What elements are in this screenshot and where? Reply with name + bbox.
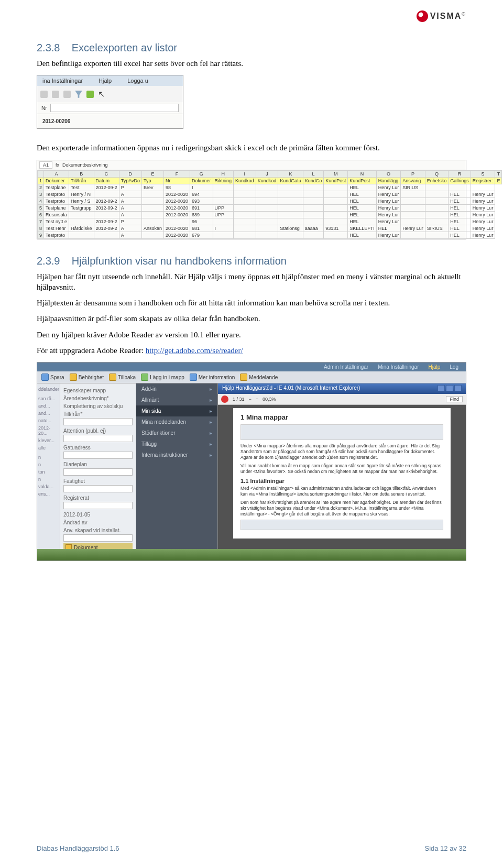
cell[interactable] bbox=[94, 191, 119, 197]
window-controls[interactable] bbox=[436, 385, 462, 392]
cell[interactable]: Till/från bbox=[69, 177, 94, 184]
cell[interactable]: HEL bbox=[348, 197, 377, 204]
cell[interactable]: A bbox=[119, 232, 141, 238]
cell[interactable]: Henry Lur bbox=[376, 204, 401, 211]
cell[interactable]: 679 bbox=[190, 232, 213, 238]
cell[interactable]: HEL bbox=[449, 218, 471, 225]
cell[interactable]: Testproto bbox=[44, 197, 69, 204]
cell[interactable]: Test Henr bbox=[44, 225, 69, 232]
cell[interactable]: HEL bbox=[449, 211, 471, 218]
top-mina[interactable]: Mina Inställningar bbox=[378, 364, 419, 370]
row-number[interactable]: 4 bbox=[38, 197, 44, 204]
cell[interactable]: 96 bbox=[190, 218, 213, 225]
cell[interactable]: 2012-0020 bbox=[164, 211, 190, 218]
cell[interactable] bbox=[213, 232, 234, 238]
generic-icon[interactable] bbox=[52, 91, 59, 98]
cell[interactable] bbox=[324, 211, 348, 218]
cell[interactable] bbox=[303, 184, 324, 191]
cell[interactable] bbox=[278, 204, 303, 211]
generic-icon[interactable] bbox=[40, 91, 48, 98]
cell[interactable]: HEL bbox=[348, 204, 377, 211]
cell[interactable] bbox=[234, 232, 256, 238]
cell[interactable] bbox=[278, 218, 303, 225]
cell[interactable]: Test bbox=[69, 184, 94, 191]
cell[interactable]: Registrer: bbox=[471, 177, 495, 184]
filter-icon[interactable] bbox=[75, 91, 82, 98]
cell[interactable]: 681 bbox=[190, 225, 213, 232]
permission-icon[interactable] bbox=[70, 373, 77, 381]
cell[interactable]: A bbox=[119, 204, 141, 211]
cell[interactable] bbox=[401, 204, 425, 211]
more-info-button[interactable]: Mer information bbox=[199, 375, 235, 380]
cell[interactable]: Gallrings bbox=[449, 177, 471, 184]
cell[interactable] bbox=[324, 191, 348, 197]
cell[interactable]: HEL bbox=[449, 204, 471, 211]
cell[interactable]: Resurspla bbox=[44, 211, 69, 218]
cell[interactable]: Henry Lur bbox=[471, 211, 495, 218]
cell[interactable] bbox=[213, 184, 234, 191]
cell[interactable]: Henry Lur bbox=[401, 225, 425, 232]
cell[interactable] bbox=[213, 191, 234, 197]
cell[interactable]: Dokumer bbox=[44, 177, 69, 184]
cell[interactable]: Henry Lur bbox=[471, 191, 495, 197]
cell[interactable]: Ansvarig bbox=[401, 177, 425, 184]
cell[interactable]: HEL bbox=[348, 191, 377, 197]
cell[interactable] bbox=[256, 191, 278, 197]
cell[interactable] bbox=[425, 232, 449, 238]
cell[interactable]: 691 bbox=[190, 204, 213, 211]
cell[interactable] bbox=[278, 184, 303, 191]
cell[interactable]: SIRIUS bbox=[425, 225, 449, 232]
top-admin[interactable]: Admin Inställningar bbox=[324, 364, 368, 370]
cell[interactable] bbox=[278, 211, 303, 218]
cell[interactable]: HEL bbox=[348, 211, 377, 218]
cell[interactable] bbox=[234, 197, 256, 204]
cell[interactable]: Henry Lur bbox=[471, 232, 495, 238]
cell[interactable]: KundCo bbox=[303, 177, 324, 184]
row-number[interactable]: 5 bbox=[38, 204, 44, 211]
cell[interactable] bbox=[425, 204, 449, 211]
find-input[interactable]: Find bbox=[446, 396, 463, 402]
cell[interactable] bbox=[256, 211, 278, 218]
cell[interactable] bbox=[425, 218, 449, 225]
cell[interactable] bbox=[141, 232, 163, 238]
form-input[interactable] bbox=[63, 534, 133, 542]
generic-icon[interactable] bbox=[63, 91, 71, 98]
cell[interactable] bbox=[141, 197, 163, 204]
cell[interactable]: HEL bbox=[449, 191, 471, 197]
cell[interactable]: TypAvDo bbox=[119, 177, 141, 184]
cell[interactable]: Hårddiske bbox=[69, 225, 94, 232]
row-number[interactable]: 1 bbox=[38, 177, 44, 184]
row-number[interactable]: 9 bbox=[38, 232, 44, 238]
cell[interactable] bbox=[234, 191, 256, 197]
cell[interactable] bbox=[141, 204, 163, 211]
cell[interactable]: Henry Lur bbox=[471, 204, 495, 211]
cell[interactable] bbox=[401, 232, 425, 238]
ss1-menu-logout[interactable]: Logga u bbox=[127, 78, 148, 84]
cell[interactable]: P bbox=[119, 218, 141, 225]
ss1-menu-help[interactable]: Hjälp bbox=[99, 78, 112, 84]
cell[interactable]: I bbox=[213, 225, 234, 232]
cell[interactable]: KundPost bbox=[348, 177, 377, 184]
cell[interactable]: 2012-09-2 bbox=[94, 225, 119, 232]
cell[interactable]: I bbox=[190, 184, 213, 191]
cell[interactable] bbox=[425, 184, 449, 191]
cell[interactable] bbox=[278, 191, 303, 197]
cell[interactable]: aaaaa bbox=[303, 225, 324, 232]
cell[interactable]: E bbox=[495, 177, 502, 184]
cell[interactable]: 2012-09-2 bbox=[94, 184, 119, 191]
cell[interactable] bbox=[234, 218, 256, 225]
cell[interactable]: 2012-0020 bbox=[164, 232, 190, 238]
cell[interactable]: HEL bbox=[348, 184, 377, 191]
cell[interactable]: SIRIUS bbox=[401, 184, 425, 191]
cell[interactable]: A bbox=[119, 197, 141, 204]
cell[interactable] bbox=[141, 191, 163, 197]
cell[interactable] bbox=[425, 197, 449, 204]
cell[interactable]: Enhetsko bbox=[425, 177, 449, 184]
cell[interactable]: HEL bbox=[449, 232, 471, 238]
cell[interactable]: 693 bbox=[190, 197, 213, 204]
top-log[interactable]: Log bbox=[450, 364, 458, 370]
row-number[interactable]: 7 bbox=[38, 218, 44, 225]
cell[interactable]: A bbox=[119, 211, 141, 218]
help-menu-item[interactable]: Tillägg▸ bbox=[136, 438, 217, 449]
save-button[interactable]: Spara bbox=[50, 375, 64, 380]
